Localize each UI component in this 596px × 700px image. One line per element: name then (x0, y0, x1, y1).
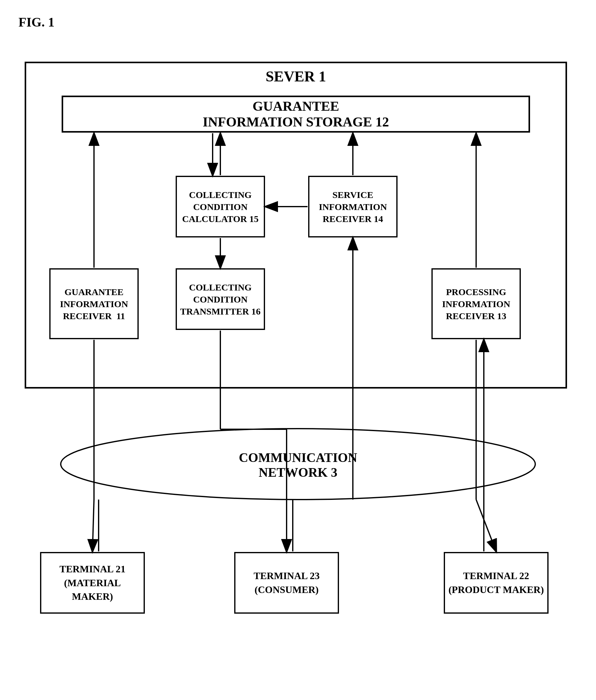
network-label: COMMUNICATIONNETWORK 3 (0, 450, 596, 480)
collecting-condition-calculator-box: COLLECTINGCONDITIONCALCULATOR 15 (176, 176, 265, 238)
storage-box: GUARANTEEINFORMATION STORAGE 12 (62, 96, 530, 132)
processing-info-receiver-label: PROCESSINGINFORMATIONRECEIVER 13 (442, 286, 510, 322)
collecting-condition-transmitter-label: COLLECTINGCONDITIONTRANSMITTER 16 (180, 281, 261, 317)
figure-label: FIG. 1 (19, 15, 55, 30)
terminal-23-box: TERMINAL 23(CONSUMER) (234, 552, 339, 614)
terminal-23-label: TERMINAL 23(CONSUMER) (254, 569, 319, 597)
service-info-receiver-box: SERVICEINFORMATIONRECEIVER 14 (308, 176, 397, 238)
service-info-receiver-label: SERVICEINFORMATIONRECEIVER 14 (319, 189, 387, 225)
terminal-22-box: TERMINAL 22(PRODUCT MAKER) (444, 552, 548, 614)
server-title: SEVER 1 (25, 68, 567, 85)
guarantee-info-receiver-label: GUARANTEEINFORMATIONRECEIVER 11 (60, 286, 128, 322)
collecting-condition-calculator-label: COLLECTINGCONDITIONCALCULATOR 15 (182, 189, 259, 225)
terminal-21-label: TERMINAL 21(MATERIAL MAKER) (44, 562, 140, 603)
storage-title: GUARANTEEINFORMATION STORAGE 12 (203, 98, 389, 130)
arrow-network-to-terminal22 (476, 500, 496, 551)
terminal-21-box: TERMINAL 21(MATERIAL MAKER) (40, 552, 145, 614)
guarantee-info-receiver-box: GUARANTEEINFORMATIONRECEIVER 11 (49, 268, 139, 339)
arrow-network-to-terminal21 (93, 499, 94, 551)
processing-info-receiver-box: PROCESSINGINFORMATIONRECEIVER 13 (432, 268, 521, 339)
terminal-22-label: TERMINAL 22(PRODUCT MAKER) (448, 569, 544, 597)
collecting-condition-transmitter-box: COLLECTINGCONDITIONTRANSMITTER 16 (176, 268, 265, 330)
